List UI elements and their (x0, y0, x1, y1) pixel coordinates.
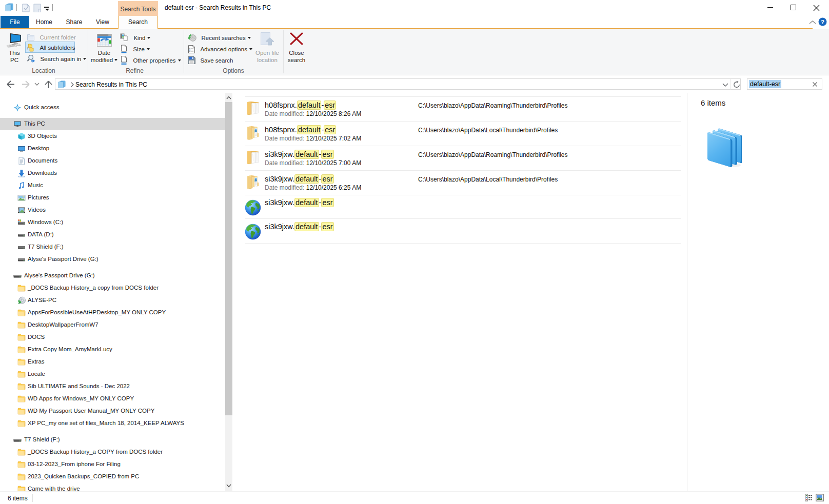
svg-text:?: ? (821, 19, 824, 25)
